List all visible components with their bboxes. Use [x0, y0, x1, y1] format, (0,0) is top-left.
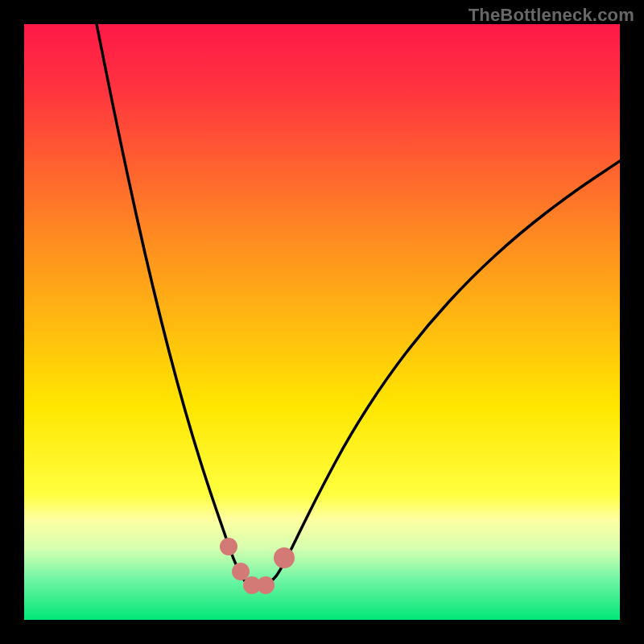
- marker-dot: [274, 547, 295, 568]
- marker-dot: [220, 538, 237, 555]
- bottleneck-chart: [24, 24, 620, 620]
- watermark-text: TheBottleneck.com: [469, 5, 634, 26]
- marker-dot: [232, 563, 250, 580]
- marker-dot: [257, 576, 275, 594]
